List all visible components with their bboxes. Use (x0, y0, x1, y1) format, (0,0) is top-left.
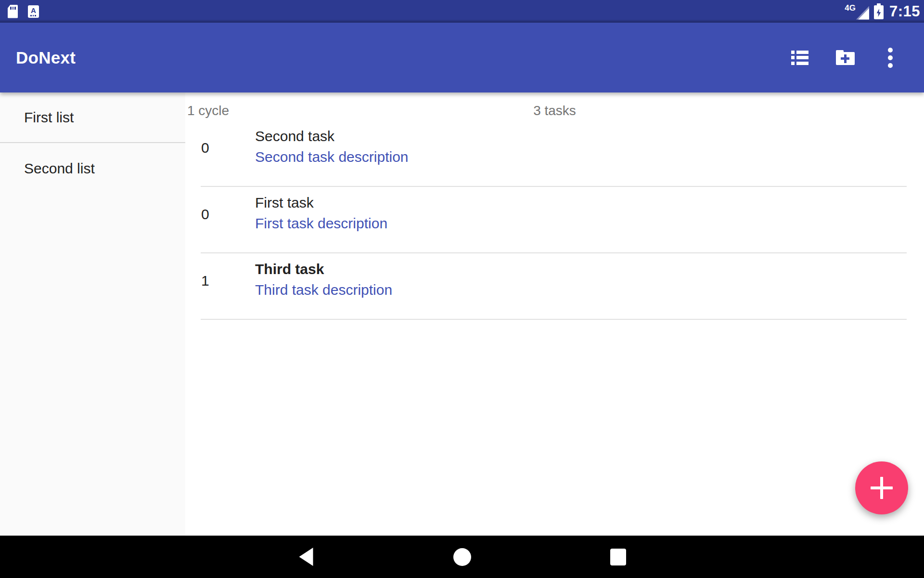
network-type-label: 4G (845, 3, 856, 13)
sidebar-item-first-list[interactable]: First list (0, 92, 185, 143)
sidebar-item-label: Second list (24, 160, 95, 177)
home-button[interactable] (450, 545, 474, 568)
view-list-icon (791, 51, 808, 65)
app-bar: DoNext (0, 23, 924, 92)
home-icon (453, 548, 471, 566)
battery-charging-icon (874, 3, 884, 19)
task-description: First task description (255, 214, 387, 233)
keyboard-icon-dots (30, 15, 37, 16)
task-text: Second task Second task description (255, 127, 409, 187)
app-body: First list Second list 1 cycle 3 tasks 0… (0, 92, 924, 536)
task-description: Second task description (255, 148, 409, 166)
task-title: Third task (255, 260, 392, 278)
lists-sidebar: First list Second list (0, 92, 185, 536)
create-folder-icon (836, 50, 855, 65)
page-title: DoNext (16, 48, 76, 67)
keyboard-notification-icon: A (28, 5, 39, 18)
back-icon (299, 548, 313, 566)
sdcard-icon (8, 5, 18, 18)
back-button[interactable] (295, 545, 318, 568)
task-text: Third task Third task description (255, 260, 392, 320)
task-row[interactable]: 0 Second task Second task description (185, 120, 924, 187)
task-row[interactable]: 1 Third task Third task description (185, 253, 924, 320)
keyboard-icon-letter: A (31, 7, 36, 14)
app-bar-actions (788, 46, 902, 69)
status-bar: A 4G 7:15 (0, 0, 924, 23)
overflow-menu-button[interactable] (879, 46, 902, 69)
task-description: Third task description (255, 281, 392, 299)
create-folder-button[interactable] (834, 46, 857, 69)
task-count-label: 3 tasks (185, 103, 924, 118)
task-cycle-count: 1 (201, 260, 255, 320)
status-bar-left: A (8, 0, 39, 23)
navigation-bar (0, 536, 924, 578)
recents-button[interactable] (606, 545, 629, 568)
task-cycle-count: 0 (201, 127, 255, 187)
task-list-panel: 1 cycle 3 tasks 0 Second task Second tas… (185, 92, 924, 536)
list-header: 1 cycle 3 tasks (185, 92, 924, 120)
overflow-menu-icon (888, 48, 893, 68)
recents-icon (610, 549, 626, 565)
task-title: First task (255, 194, 387, 212)
view-list-button[interactable] (788, 46, 811, 69)
sidebar-item-label: First list (24, 109, 74, 126)
task-cycle-count: 0 (201, 194, 255, 253)
task-title: Second task (255, 127, 409, 145)
signal-triangle-icon (856, 6, 869, 20)
task-text: First task First task description (255, 194, 387, 253)
task-row[interactable]: 0 First task First task description (185, 187, 924, 253)
add-task-fab[interactable] (855, 461, 908, 514)
status-bar-right: 4G 7:15 (845, 0, 920, 23)
sidebar-item-second-list[interactable]: Second list (0, 143, 185, 194)
plus-icon (871, 477, 893, 499)
clock: 7:15 (889, 3, 920, 20)
screen: A 4G 7:15 DoNext (0, 0, 924, 578)
